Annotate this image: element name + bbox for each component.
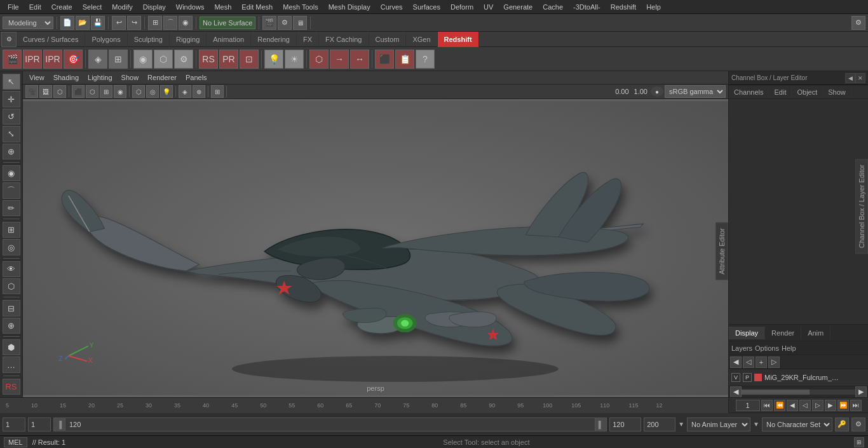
vp-wireframe-btn[interactable]: ⬡ (132, 85, 145, 98)
shelf-tab-polygons[interactable]: Polygons (85, 32, 127, 47)
vp-shading3-btn[interactable]: ⊞ (100, 85, 112, 98)
shelf-tab-fx[interactable]: FX (297, 32, 319, 47)
viewport-scene[interactable]: Y X Z persp (23, 99, 728, 397)
layer-scrollbar[interactable]: ◀ ▶ (729, 386, 868, 397)
prefs-btn[interactable]: ⚙ (851, 417, 865, 431)
current-frame-input[interactable]: 1 (736, 400, 760, 411)
channel-box-layer-editor-tab[interactable]: Channel Box / Layer Editor (855, 159, 868, 254)
more-tools-btn[interactable]: … (3, 356, 20, 372)
panels-menu[interactable]: Panels (182, 73, 211, 82)
play-back-btn[interactable]: ◁ (799, 400, 811, 411)
shelf-icon-rs-icon5[interactable]: → (330, 50, 349, 69)
shelf-tab-sculpting[interactable]: Sculpting (128, 32, 170, 47)
menu-cache[interactable]: Cache (538, 2, 568, 12)
shelf-icon-rs-icon7[interactable]: ⬛ (375, 50, 394, 69)
frame-current-input[interactable] (28, 417, 51, 431)
vp-shading1-btn[interactable]: ⬛ (72, 85, 85, 98)
curve-cv-btn[interactable]: ⬢ (3, 339, 20, 355)
shelf-tab-fx-caching[interactable]: FX Caching (319, 32, 369, 47)
layer-forward-btn[interactable]: ▷ (768, 356, 780, 368)
xray-btn[interactable]: ⬡ (3, 278, 20, 294)
rp-close-btn[interactable]: ✕ (855, 73, 865, 83)
playback-end-input[interactable] (609, 417, 641, 431)
soft-select-btn[interactable]: ◉ (3, 165, 20, 181)
shelf-icon-help[interactable]: ? (416, 50, 435, 69)
menu-mesh[interactable]: Mesh (209, 2, 236, 12)
scale-tool-btn[interactable]: ⤡ (3, 126, 20, 142)
step-fwd-btn[interactable]: ▶ (825, 400, 836, 411)
menu-modify[interactable]: Modify (107, 2, 137, 12)
vp-img-plane-btn[interactable]: 🖼 (39, 85, 52, 98)
snap-align-btn[interactable]: ⊕ (3, 318, 20, 334)
scroll-right-btn[interactable]: ▶ (855, 386, 867, 398)
snap-to-curve-btn[interactable]: ⌒ (163, 16, 177, 30)
layer-back-btn[interactable]: ◀ (730, 356, 742, 368)
go-start-btn[interactable]: ⏮ (761, 400, 773, 411)
shelf-icon-cube[interactable]: ⬡ (154, 50, 173, 69)
color-space-select[interactable]: sRGB gamma Raw (665, 85, 726, 98)
shelf-icon-rs-icon8[interactable]: 📋 (395, 50, 414, 69)
menu-display[interactable]: Display (138, 2, 171, 12)
new-scene-btn[interactable]: 📄 (60, 16, 74, 30)
shelf-icon-sphere[interactable]: ◉ (133, 50, 153, 69)
scroll-left-btn[interactable]: ◀ (730, 386, 742, 398)
prev-key-btn[interactable]: ⏪ (774, 400, 785, 411)
auto-key-btn[interactable]: 🔑 (835, 417, 849, 431)
render-btn[interactable]: 🎬 (262, 16, 276, 30)
vp-cam-btn[interactable]: 🎥 (25, 85, 38, 98)
shading-menu[interactable]: Shading (50, 73, 83, 82)
vp-light-btn[interactable]: 💡 (160, 85, 173, 98)
shelf-icon-gear[interactable]: ⚙ (174, 50, 193, 69)
attribute-editor-tab[interactable]: Attribute Editor (715, 222, 728, 280)
paint-btn[interactable]: ✏ (3, 200, 20, 216)
snap-to-grid-btn[interactable]: ⊞ (148, 16, 162, 30)
shelf-icon-light2[interactable]: ☀ (285, 50, 304, 69)
next-key-btn[interactable]: ⏩ (837, 400, 849, 411)
menu-redshift[interactable]: Redshift (606, 2, 641, 12)
anim-layer-select[interactable]: No Anim Layer (687, 417, 750, 431)
shelf-icon-diamond[interactable]: ◈ (88, 50, 107, 69)
render-tab[interactable]: Render (765, 327, 801, 339)
shelf-icon-rs-icon2[interactable]: PR (219, 50, 238, 69)
transform-constraint-btn[interactable]: ⊟ (3, 300, 20, 316)
options-submenu-item[interactable]: Options (755, 344, 779, 352)
menu-mesh-tools[interactable]: Mesh Tools (278, 2, 323, 12)
channels-tab[interactable]: Channels (729, 87, 769, 97)
settings-btn[interactable]: ⚙ (851, 16, 865, 30)
snap-to-point-btn[interactable]: ◉ (179, 16, 193, 30)
shelf-icon-ipr[interactable]: IPR (23, 50, 42, 69)
menu-uv[interactable]: UV (478, 2, 498, 12)
shelf-tab-rendering[interactable]: Rendering (251, 32, 297, 47)
layer-vis-v[interactable]: V (731, 373, 740, 382)
shelf-icon-grid[interactable]: ⊞ (109, 50, 128, 69)
edit-tab[interactable]: Edit (769, 87, 792, 97)
vp-shading4-btn[interactable]: ◉ (114, 85, 126, 98)
shelf-tab-redshift[interactable]: Redshift (438, 32, 479, 47)
range-handle-right[interactable]: ▌ (595, 418, 606, 431)
step-back-btn[interactable]: ◀ (787, 400, 798, 411)
color-space-icon[interactable]: ● (651, 86, 663, 97)
play-fwd-btn[interactable]: ▷ (812, 400, 824, 411)
shelf-tab-rigging[interactable]: Rigging (170, 32, 207, 47)
shelf-icon-ipr2[interactable]: IPR (43, 50, 62, 69)
shelf-tab-xgen[interactable]: XGen (406, 32, 437, 47)
menu-edit[interactable]: Edit (24, 2, 46, 12)
menu-windows[interactable]: Windows (171, 2, 210, 12)
menu-file[interactable]: File (3, 2, 24, 12)
vp-isolate-btn[interactable]: ◈ (179, 85, 191, 98)
rs-btn[interactable]: RS (3, 379, 20, 395)
char-set-select[interactable]: No Character Set (762, 417, 832, 431)
shelf-icon-light1[interactable]: 💡 (264, 50, 283, 69)
layer-vis-p[interactable]: P (743, 373, 752, 382)
universal-tool-btn[interactable]: ⊕ (3, 144, 20, 160)
shelf-icon-rs-icon6[interactable]: ↔ (350, 50, 369, 69)
shelf-settings-btn[interactable]: ⚙ (1, 32, 17, 47)
menu-generate[interactable]: Generate (498, 2, 538, 12)
menu-curves[interactable]: Curves (376, 2, 408, 12)
menu-deform[interactable]: Deform (445, 2, 478, 12)
renderer-menu[interactable]: Renderer (144, 73, 180, 82)
menu-3dtoall[interactable]: -3DtoAll- (568, 2, 606, 12)
render-view-btn[interactable]: 🖥 (293, 16, 307, 30)
timeline-ruler[interactable]: 5 10 15 20 25 30 35 40 45 50 55 60 65 70… (0, 398, 728, 413)
anim-tab[interactable]: Anim (801, 327, 831, 339)
